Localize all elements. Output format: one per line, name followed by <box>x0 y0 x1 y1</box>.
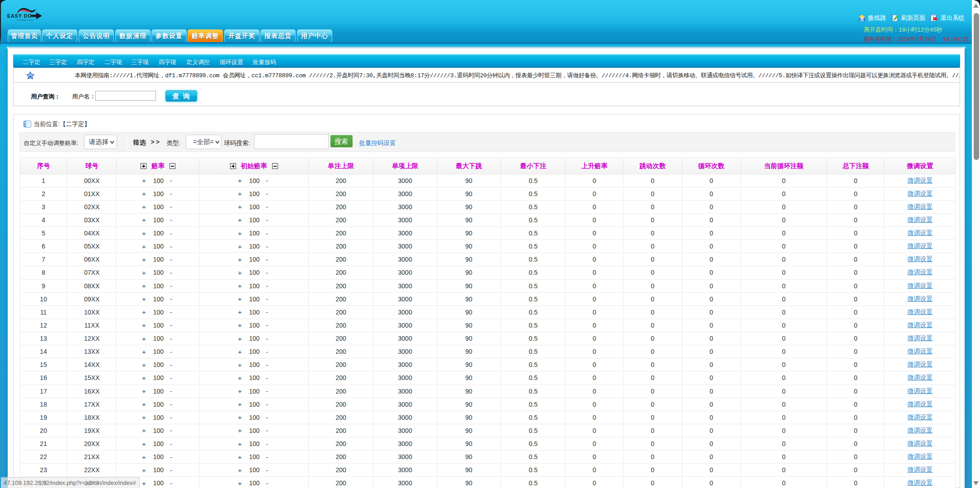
svg-text:EASY DO: EASY DO <box>7 13 32 19</box>
svg-text:TECHNOLOGY: TECHNOLOGY <box>17 19 34 21</box>
